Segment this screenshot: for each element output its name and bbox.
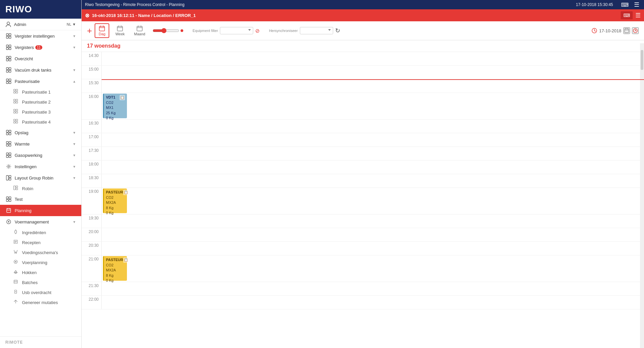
toolbar: + Dag Week <box>82 21 644 40</box>
svg-rect-23 <box>14 92 15 93</box>
pasteurisatie-label: Pasteurisatie <box>15 79 40 84</box>
layout-group-robin-icon <box>5 174 12 181</box>
svg-rect-29 <box>14 109 15 111</box>
time-row-1900: 19:00 PASTEUR 📋 CO2 MX2A 8 Kg 0 Kg <box>82 188 644 214</box>
event-pasteur-1-line4: 0 Kg <box>106 210 125 215</box>
batches-label: Batches <box>22 280 38 285</box>
sidebar-item-planning[interactable]: Planning <box>0 205 81 216</box>
pasteurisatie-4-label: Pasteurisatie 4 <box>22 120 51 125</box>
pasteurisatie-icon <box>5 78 12 85</box>
test-icon <box>5 196 12 202</box>
svg-rect-50 <box>6 175 8 180</box>
sidebar-sub-pasteurisatie-1[interactable]: Pasteurisatie 1 <box>0 87 81 97</box>
sidebar-item-test[interactable]: Test <box>0 193 81 205</box>
vacuum-icon <box>5 67 12 73</box>
svg-rect-11 <box>6 59 8 61</box>
view-month-button[interactable]: Maand <box>131 24 149 37</box>
event-pasteur-2[interactable]: PASTEUR 📋 CO2 MX2A 8 Kg 0 Kg <box>103 256 127 281</box>
svg-rect-56 <box>6 197 8 199</box>
sidebar-sub-batches[interactable]: Batches <box>0 277 81 287</box>
sidebar-sub-pasteurisatie-2[interactable]: Pasteurisatie 2 <box>0 97 81 107</box>
svg-point-67 <box>15 261 16 262</box>
zoom-slider[interactable] <box>153 28 179 33</box>
svg-rect-1 <box>6 34 8 36</box>
sidebar-sub-recepten[interactable]: Recepten <box>0 237 81 247</box>
view-week-button[interactable]: Week <box>112 24 128 37</box>
sidebar-item-layout-group-robin[interactable]: Layout Group Robin ▼ <box>0 172 81 183</box>
sidebar-sub-genereer-mutaties[interactable]: Genereer mutaties <box>0 297 81 307</box>
zoom-slider-container <box>153 28 183 33</box>
layout-group-robin-label: Layout Group Robin <box>15 175 53 180</box>
menu-button[interactable]: ☰ <box>633 1 641 8</box>
logo-text: RIWO <box>5 4 32 15</box>
vergister-instellingen-label: Vergister instellingen <box>15 34 55 39</box>
admin-label: Admin <box>14 22 26 27</box>
time-label-1430: 14:30 <box>82 52 102 65</box>
view-day-button[interactable]: Dag <box>95 23 109 38</box>
pasteurisatie-1-icon <box>13 89 19 95</box>
sidebar-sub-ingredienten[interactable]: Ingrediënten <box>0 227 81 237</box>
pasteurisatie-4-icon <box>13 119 19 125</box>
equipment-filter-clear[interactable]: ⊘ <box>255 28 260 34</box>
calendar-area[interactable]: 17 woensdag 14:30 15:00 15:30 16:0 <box>82 40 644 348</box>
add-event-button[interactable]: + <box>87 26 92 35</box>
sidebar-sub-usb-overdracht[interactable]: Usb overdracht <box>0 287 81 297</box>
event-vdt1-line2: MX1 <box>106 105 125 110</box>
error-menu-btn[interactable]: ☰ <box>635 11 641 19</box>
time-row-1830: 18:30 <box>82 174 644 188</box>
time-cell-2100: PASTEUR 📋 CO2 MX2A 8 Kg 0 Kg <box>102 255 644 282</box>
event-vdt1-line3: 25 Kg <box>106 111 125 116</box>
svg-rect-24 <box>16 92 18 93</box>
time-cell-1930 <box>102 214 644 228</box>
sidebar-item-voermanagement[interactable]: Voermanagement ▼ <box>0 216 81 227</box>
today-button[interactable] <box>632 27 639 34</box>
sidebar-item-overzicht[interactable]: Overzicht <box>0 53 81 64</box>
equipment-filter-select[interactable] <box>220 27 253 34</box>
sidebar-sub-pasteurisatie-3[interactable]: Pasteurisatie 3 <box>0 107 81 117</box>
calendar-picker-btn[interactable] <box>623 27 630 34</box>
window-controls: 17-10-2018 15:30:45 ⌨ ☰ <box>576 1 641 8</box>
sidebar-item-opslag[interactable]: Opslag ▼ <box>0 127 81 138</box>
svg-rect-59 <box>9 199 11 201</box>
svg-point-49 <box>8 166 10 168</box>
sidebar-item-vergister-instellingen[interactable]: Vergister instellingen ▼ <box>0 30 81 42</box>
sidebar-item-instellingen[interactable]: Instellingen ▼ <box>0 161 81 172</box>
sidebar-sub-voedingsschemas[interactable]: Voedingsschema's <box>0 247 81 257</box>
scrollbar-thumb[interactable] <box>641 50 643 70</box>
resync-select[interactable] <box>300 27 333 34</box>
genereer-mutaties-icon <box>13 299 19 305</box>
sidebar-item-vergisters[interactable]: Vergisters 11 ▼ <box>0 42 81 53</box>
sidebar-item-gasopwerking[interactable]: Gasopwerking ▼ <box>0 150 81 161</box>
pasteurisatie-2-icon <box>13 99 19 105</box>
genereer-mutaties-label: Genereer mutaties <box>22 300 58 305</box>
pasteurisatie-1-label: Pasteurisatie 1 <box>22 90 51 95</box>
svg-rect-10 <box>9 56 11 58</box>
sidebar-sub-robin[interactable]: Robin <box>0 183 81 193</box>
event-vdt1[interactable]: VDT1 📋 CO2 MX1 25 Kg 0 Kg <box>103 94 127 118</box>
admin-row[interactable]: Admin NL ▼ <box>0 19 81 30</box>
keyboard-button[interactable]: ⌨ <box>620 2 630 8</box>
layout-group-robin-chevron: ▼ <box>73 176 76 180</box>
pasteurisatie-2-label: Pasteurisatie 2 <box>22 100 51 105</box>
time-cell-1500 <box>102 66 644 79</box>
sidebar-item-pasteurisatie[interactable]: Pasteurisatie ▲ <box>0 76 81 87</box>
event-pasteur-1[interactable]: PASTEUR 📋 CO2 MX2A 8 Kg 0 Kg <box>103 188 127 213</box>
sidebar-item-warmte[interactable]: Warmte ▼ <box>0 138 81 150</box>
error-keyboard-btn[interactable]: ⌨ <box>621 11 633 19</box>
resync-button[interactable]: ↻ <box>335 27 340 34</box>
event-pasteur-1-title: PASTEUR <box>106 190 123 195</box>
planning-label: Planning <box>15 208 32 213</box>
time-cell-1430 <box>102 52 644 65</box>
time-row-1800: 18:00 <box>82 161 644 174</box>
time-row-1730: 17:30 <box>82 147 644 161</box>
pasteurisatie-3-label: Pasteurisatie 3 <box>22 110 51 115</box>
lang-selector[interactable]: NL ▼ <box>67 22 76 26</box>
sidebar-item-vacuum[interactable]: Vacuüm druk tanks ▼ <box>0 64 81 76</box>
sidebar-sub-pasteurisatie-4[interactable]: Pasteurisatie 4 <box>0 117 81 127</box>
scrollbar-track[interactable] <box>640 43 644 348</box>
error-bar: ⊗ 16-okt-2018 16:12:11 - Name / Location… <box>82 9 644 21</box>
sidebar-sub-voerplanning[interactable]: Voerplanning <box>0 257 81 267</box>
sidebar-sub-hokken[interactable]: Hokken <box>0 267 81 277</box>
svg-rect-26 <box>16 99 18 101</box>
svg-rect-33 <box>14 119 15 121</box>
